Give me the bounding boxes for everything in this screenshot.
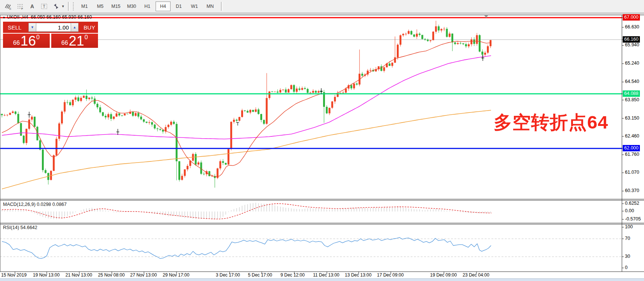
bottom-strip: [0, 278, 644, 281]
macd-label: MACD(12,26,9) 0.0298 0.0867: [3, 202, 67, 207]
timeframe-W1[interactable]: W1: [187, 1, 202, 11]
timeframe-D1[interactable]: D1: [171, 1, 186, 11]
timeframe-M30[interactable]: M30: [124, 1, 139, 11]
ohlc-values: 66.050 66.160 65.930 66.160: [31, 15, 92, 20]
svg-text:T: T: [43, 4, 46, 9]
indicator-pen-icon[interactable]: E: [2, 1, 14, 12]
sell-button[interactable]: SELL: [3, 22, 26, 33]
sell-price-big: 16: [21, 35, 36, 47]
timeframe-group: M1M5M15M30H1H4D1W1MN: [77, 1, 218, 11]
price-badge-64.088: 64.088: [623, 90, 640, 97]
timeframe-MN[interactable]: MN: [203, 1, 218, 11]
symbol-triangle-icon: ▲: [2, 15, 6, 19]
rsi-label: RSI(14) 54.6642: [3, 225, 37, 230]
buy-price-big: 21: [69, 35, 84, 47]
price-label-65.240: 65.240: [625, 60, 639, 67]
time-label: 19 Dec 09:00: [430, 272, 457, 278]
price-label-61.760: 61.760: [625, 151, 639, 158]
price-label-62.460: 62.460: [625, 133, 639, 139]
price-label-66.630: 66.630: [625, 24, 639, 30]
timeframe-H4[interactable]: H4: [156, 1, 171, 11]
time-axis[interactable]: 15 Nov 201919 Nov 13:0021 Nov 13:0025 No…: [0, 272, 622, 278]
time-label: 21 Nov 13:00: [65, 272, 92, 278]
timeframe-M5[interactable]: M5: [93, 1, 108, 11]
rsi-scale-70: 70: [625, 235, 630, 242]
macd-scale-0.6252: 0.6252: [625, 200, 639, 207]
price-label-63.850: 63.850: [625, 97, 639, 103]
sell-price-tile[interactable]: 66160: [3, 34, 50, 48]
svg-text:A: A: [30, 3, 34, 9]
macd-scale-0.00: 0.00: [625, 208, 634, 214]
text-label-icon[interactable]: A: [26, 1, 38, 12]
buy-price-sup: 0: [85, 34, 88, 40]
macd-scale--0.5705: -0.5705: [625, 216, 641, 222]
toolbar-separator: [221, 2, 223, 11]
timeframe-M15[interactable]: M15: [108, 1, 123, 11]
svg-text:E: E: [9, 7, 11, 10]
time-label: 11 Dec 13:00: [313, 272, 340, 278]
price-label-61.070: 61.070: [625, 169, 639, 176]
time-label: 29 Nov 17:00: [163, 272, 189, 278]
chart-title: ▲ UKOIl-,H4 66.050 66.160 65.930 66.160: [2, 15, 92, 20]
time-label: 23 Dec 04:00: [463, 272, 489, 278]
sell-price-prefix: 66: [13, 40, 20, 46]
grid-icon[interactable]: F: [14, 1, 26, 12]
rsi-scale-30: 30: [625, 253, 630, 260]
annotation-text: 多空转折点64: [494, 113, 608, 132]
svg-text:T: T: [236, 121, 239, 127]
time-label: 17 Dec 09:00: [377, 272, 404, 278]
time-label: 27 Nov 13:00: [130, 272, 157, 278]
time-label: 15 Nov 2019: [1, 272, 27, 278]
svg-text:F: F: [21, 7, 23, 10]
toolbar-grip: [73, 2, 75, 10]
arrows-icon[interactable]: [50, 1, 62, 12]
time-label: 9 Dec 12:00: [280, 272, 305, 278]
rsi-scale-0: 0: [625, 265, 628, 271]
buy-button[interactable]: BUY: [81, 22, 98, 33]
symbol-name: UKOIl-,H4: [7, 15, 28, 20]
sell-price-sup: 0: [36, 34, 40, 40]
time-label: 19 Nov 13:00: [33, 272, 59, 278]
price-badge-62.000: 62.000: [623, 145, 640, 151]
rsi-scale-100: 100: [625, 224, 633, 230]
volume-decrease-button[interactable]: ▼: [28, 23, 36, 32]
time-label: 13 Dec 13:00: [345, 272, 371, 278]
chevron-down-icon[interactable]: ▼: [61, 4, 65, 8]
timeframe-M1[interactable]: M1: [77, 1, 92, 11]
time-label: 25 Nov 08:00: [98, 272, 125, 278]
trading-terminal: EFAT ▼ M1M5M15M30H1H4D1W1MN T ▲ UKOIl-,H…: [0, 0, 644, 281]
price-label-60.370: 60.370: [625, 188, 639, 194]
price-axis[interactable]: 67.00066.63066.16065.94065.24064.54064.0…: [622, 13, 644, 278]
drawing-tools: EFAT: [2, 1, 62, 12]
buy-price-tile[interactable]: 66210: [51, 34, 98, 48]
time-label: 3 Dec 17:00: [216, 272, 240, 278]
buy-price-prefix: 66: [61, 40, 68, 46]
price-label-65.940: 65.940: [625, 42, 639, 48]
price-label-64.540: 64.540: [625, 78, 639, 85]
volume-input[interactable]: [36, 23, 71, 32]
time-label: 5 Dec 17:00: [248, 272, 272, 278]
price-badge-67.000: 67.000: [623, 14, 640, 21]
text-box-icon[interactable]: T: [38, 1, 50, 12]
toolbar: EFAT ▼ M1M5M15M30H1H4D1W1MN: [0, 0, 644, 13]
toolbar-separator: [68, 2, 70, 11]
one-click-trade-panel: SELL ▼ ▲ BUY 66160 66210: [3, 22, 98, 47]
price-label-63.150: 63.150: [625, 115, 639, 121]
volume-increase-button[interactable]: ▲: [71, 23, 79, 32]
candlestick-chart-canvas[interactable]: T: [0, 13, 644, 278]
timeframe-H1[interactable]: H1: [140, 1, 155, 11]
